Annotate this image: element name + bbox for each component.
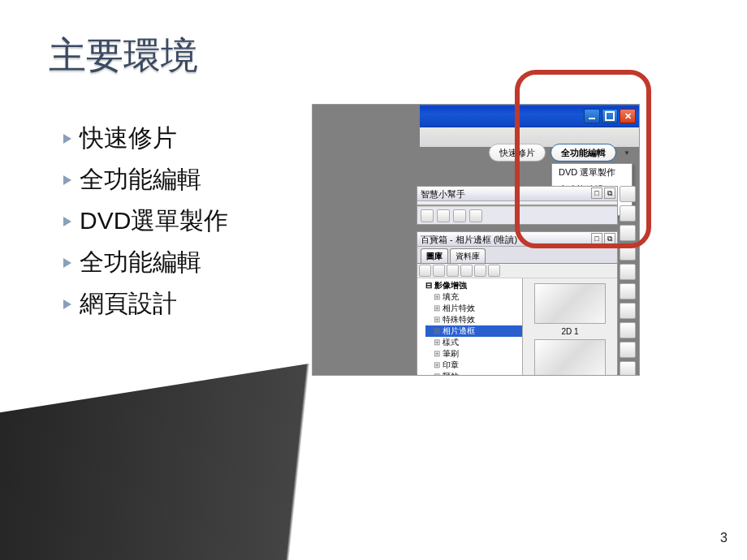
panel-minimize-icon[interactable]: □ [591, 187, 602, 199]
refresh-icon[interactable] [447, 265, 459, 277]
bullet-marker-icon [63, 299, 71, 309]
panel-minimize-icon[interactable]: □ [591, 233, 602, 244]
panel-smart-title: 智慧小幫手 [421, 189, 465, 199]
home-icon[interactable] [421, 209, 434, 222]
mode-fulledit-button[interactable]: 全功能編輯 [551, 144, 616, 162]
bullet-text: 快速修片 [80, 122, 177, 155]
mode-dropdown-arrow-icon[interactable]: ▼ [621, 147, 633, 158]
app-screenshot: 快速修片 全功能編輯 ▼ DVD 選單製作 全功能編輯 網頁設計 智慧小幫手 □… [312, 104, 640, 376]
panel-smart-helper: 智慧小幫手 □ ⧉ [417, 186, 618, 205]
tree-item-selected[interactable]: 相片邊框 [425, 325, 522, 337]
panel-smart-header: 智慧小幫手 □ ⧉ [417, 187, 617, 201]
bullet-item: 全功能編輯 [63, 246, 228, 279]
bullet-text: 全功能編輯 [80, 246, 201, 279]
panel-box-title: 百寶箱 - 相片邊框 (唯讀) [421, 235, 517, 244]
home-icon[interactable] [419, 265, 431, 277]
thumbnail[interactable] [534, 283, 606, 324]
list-icon[interactable] [460, 265, 473, 277]
mode-quickfix-button[interactable]: 快速修片 [489, 144, 546, 162]
panel-box-tabs: 圖庫 資料庫 [417, 247, 617, 263]
bullet-marker-icon [63, 258, 71, 268]
bullet-item: DVD選單製作 [63, 205, 228, 238]
bullet-text: 網頁設計 [80, 287, 177, 321]
dock-icon[interactable] [620, 283, 636, 299]
page-number: 3 [720, 531, 728, 545]
bullet-marker-icon [63, 175, 71, 185]
back-icon[interactable] [437, 209, 450, 222]
thumbnail[interactable] [534, 339, 606, 377]
tab-gallery[interactable]: 圖庫 [421, 248, 448, 263]
bullet-text: 全功能編輯 [80, 163, 201, 196]
print-icon[interactable] [469, 209, 482, 222]
bullet-list: 快速修片 全功能編輯 DVD選單製作 全功能編輯 網頁設計 [63, 122, 228, 329]
thumbnail-icon[interactable] [474, 265, 486, 277]
folder-icon[interactable] [433, 265, 445, 277]
search-icon[interactable] [488, 265, 500, 277]
window-titlebar [420, 105, 639, 127]
panel-box-header: 百寶箱 - 相片邊框 (唯讀) □ ⧉ [417, 232, 617, 247]
dock-icon[interactable] [620, 264, 636, 280]
panel-box-toolbar [417, 264, 617, 278]
panel-dock-icon[interactable]: ⧉ [604, 233, 615, 244]
tree-item[interactable]: 填充 [425, 291, 522, 303]
bullet-item: 快速修片 [63, 122, 228, 155]
bullet-item: 全功能編輯 [63, 163, 228, 196]
dock-icon[interactable] [620, 361, 636, 376]
tree-item[interactable]: 特殊特效 [425, 314, 522, 325]
tree-root-label: 影像增強 [434, 281, 467, 290]
panel-dock-icon[interactable]: ⧉ [604, 187, 615, 199]
dropdown-item-dvd[interactable]: DVD 選單製作 [552, 164, 632, 181]
thumbnail-label: 2D 1 [561, 327, 578, 336]
dock-icon[interactable] [620, 303, 636, 319]
forward-icon[interactable] [453, 209, 466, 222]
dock-icon[interactable] [620, 186, 636, 202]
minimize-button[interactable] [584, 109, 600, 123]
bullet-marker-icon [63, 217, 71, 226]
right-dock [620, 186, 637, 376]
dock-icon[interactable] [620, 244, 636, 261]
close-button[interactable] [620, 109, 636, 123]
tree-item[interactable]: 相片特效 [425, 303, 522, 314]
preview-pane: 2D 1 [523, 278, 617, 376]
bullet-text: DVD選單製作 [80, 205, 228, 238]
tab-database[interactable]: 資料庫 [450, 248, 486, 263]
decorative-wedge [0, 334, 537, 560]
maximize-button[interactable] [602, 109, 618, 123]
bullet-item: 網頁設計 [63, 287, 228, 321]
dock-icon[interactable] [620, 205, 636, 222]
dock-icon[interactable] [620, 342, 636, 358]
mode-switcher: 快速修片 全功能編輯 ▼ [489, 144, 633, 162]
dock-icon[interactable] [620, 225, 636, 241]
bullet-marker-icon [63, 134, 71, 144]
panel-smart-toolbar [417, 205, 618, 225]
dock-icon[interactable] [620, 322, 636, 338]
slide-title: 主要環境 [49, 31, 198, 81]
